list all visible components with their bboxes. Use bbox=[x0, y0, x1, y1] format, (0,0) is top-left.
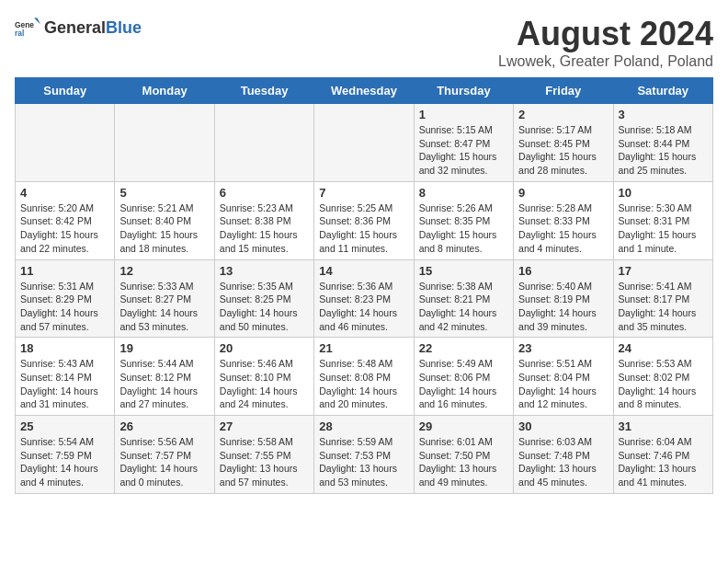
calendar-week-row: 4Sunrise: 5:20 AM Sunset: 8:42 PM Daylig… bbox=[16, 181, 713, 259]
calendar-cell: 27Sunrise: 5:58 AM Sunset: 7:55 PM Dayli… bbox=[214, 416, 313, 494]
day-info: Sunrise: 5:15 AM Sunset: 8:47 PM Dayligh… bbox=[419, 123, 508, 178]
calendar-cell: 16Sunrise: 5:40 AM Sunset: 8:19 PM Dayli… bbox=[514, 259, 613, 338]
day-number: 18 bbox=[20, 341, 109, 355]
day-number: 10 bbox=[619, 186, 708, 200]
day-info: Sunrise: 5:51 AM Sunset: 8:04 PM Dayligh… bbox=[518, 357, 608, 411]
calendar-cell: 23Sunrise: 5:51 AM Sunset: 8:04 PM Dayli… bbox=[514, 338, 613, 416]
calendar-cell: 5Sunrise: 5:21 AM Sunset: 8:40 PM Daylig… bbox=[115, 181, 214, 259]
calendar-cell: 14Sunrise: 5:36 AM Sunset: 8:23 PM Dayli… bbox=[314, 259, 414, 338]
calendar-body: 1Sunrise: 5:15 AM Sunset: 8:47 PM Daylig… bbox=[16, 104, 713, 494]
logo-icon: Gene ral bbox=[15, 15, 40, 40]
page-title: August 2024 bbox=[498, 15, 713, 53]
day-info: Sunrise: 5:28 AM Sunset: 8:33 PM Dayligh… bbox=[518, 201, 608, 256]
day-info: Sunrise: 5:54 AM Sunset: 7:59 PM Dayligh… bbox=[20, 435, 109, 489]
calendar-week-row: 25Sunrise: 5:54 AM Sunset: 7:59 PM Dayli… bbox=[16, 416, 713, 494]
day-number: 16 bbox=[518, 264, 608, 278]
logo-blue-text: Blue bbox=[106, 18, 142, 37]
day-of-week-header: Friday bbox=[514, 78, 613, 104]
calendar-cell: 18Sunrise: 5:43 AM Sunset: 8:14 PM Dayli… bbox=[16, 338, 115, 416]
page-header: Gene ral GeneralBlue August 2024 Lwowek,… bbox=[15, 15, 713, 70]
day-number: 25 bbox=[20, 419, 109, 433]
calendar-cell: 15Sunrise: 5:38 AM Sunset: 8:21 PM Dayli… bbox=[414, 259, 513, 338]
day-of-week-header: Thursday bbox=[414, 78, 513, 104]
calendar-cell: 20Sunrise: 5:46 AM Sunset: 8:10 PM Dayli… bbox=[214, 338, 313, 416]
day-number: 21 bbox=[319, 341, 408, 355]
day-info: Sunrise: 5:38 AM Sunset: 8:21 PM Dayligh… bbox=[419, 280, 508, 334]
day-info: Sunrise: 5:59 AM Sunset: 7:53 PM Dayligh… bbox=[319, 435, 408, 489]
calendar-cell: 25Sunrise: 5:54 AM Sunset: 7:59 PM Dayli… bbox=[16, 416, 115, 494]
calendar-cell: 2Sunrise: 5:17 AM Sunset: 8:45 PM Daylig… bbox=[514, 104, 613, 182]
day-number: 28 bbox=[319, 419, 408, 433]
calendar-cell: 28Sunrise: 5:59 AM Sunset: 7:53 PM Dayli… bbox=[314, 416, 414, 494]
calendar-cell bbox=[214, 104, 313, 182]
svg-text:ral: ral bbox=[15, 29, 24, 38]
day-number: 1 bbox=[419, 108, 508, 121]
day-number: 12 bbox=[119, 264, 209, 278]
day-info: Sunrise: 5:43 AM Sunset: 8:14 PM Dayligh… bbox=[20, 357, 109, 411]
calendar-cell: 30Sunrise: 6:03 AM Sunset: 7:48 PM Dayli… bbox=[514, 416, 613, 494]
day-number: 19 bbox=[119, 341, 209, 355]
day-info: Sunrise: 5:20 AM Sunset: 8:42 PM Dayligh… bbox=[20, 201, 109, 256]
day-number: 9 bbox=[518, 186, 608, 200]
calendar-cell: 1Sunrise: 5:15 AM Sunset: 8:47 PM Daylig… bbox=[414, 104, 513, 182]
day-number: 30 bbox=[518, 419, 608, 433]
day-number: 6 bbox=[220, 186, 309, 200]
day-number: 11 bbox=[20, 264, 109, 278]
calendar-cell: 22Sunrise: 5:49 AM Sunset: 8:06 PM Dayli… bbox=[414, 338, 513, 416]
day-info: Sunrise: 6:03 AM Sunset: 7:48 PM Dayligh… bbox=[518, 435, 608, 489]
day-info: Sunrise: 5:41 AM Sunset: 8:17 PM Dayligh… bbox=[619, 280, 708, 334]
day-number: 14 bbox=[319, 264, 408, 278]
calendar-cell: 17Sunrise: 5:41 AM Sunset: 8:17 PM Dayli… bbox=[613, 259, 712, 338]
day-number: 2 bbox=[518, 108, 608, 121]
day-info: Sunrise: 5:26 AM Sunset: 8:35 PM Dayligh… bbox=[419, 201, 508, 256]
day-of-week-header: Wednesday bbox=[314, 78, 414, 104]
day-of-week-header: Monday bbox=[115, 78, 214, 104]
day-of-week-header: Saturday bbox=[613, 78, 712, 104]
calendar-cell: 24Sunrise: 5:53 AM Sunset: 8:02 PM Dayli… bbox=[613, 338, 712, 416]
svg-marker-2 bbox=[34, 18, 40, 25]
calendar-cell: 7Sunrise: 5:25 AM Sunset: 8:36 PM Daylig… bbox=[314, 181, 414, 259]
day-info: Sunrise: 5:48 AM Sunset: 8:08 PM Dayligh… bbox=[319, 357, 408, 411]
calendar-cell: 4Sunrise: 5:20 AM Sunset: 8:42 PM Daylig… bbox=[16, 181, 115, 259]
title-block: August 2024 Lwowek, Greater Poland, Pola… bbox=[498, 15, 713, 70]
calendar-cell: 21Sunrise: 5:48 AM Sunset: 8:08 PM Dayli… bbox=[314, 338, 414, 416]
day-number: 17 bbox=[619, 264, 708, 278]
day-info: Sunrise: 5:56 AM Sunset: 7:57 PM Dayligh… bbox=[119, 435, 209, 489]
page-subtitle: Lwowek, Greater Poland, Poland bbox=[498, 53, 713, 70]
day-info: Sunrise: 5:44 AM Sunset: 8:12 PM Dayligh… bbox=[119, 357, 209, 411]
day-info: Sunrise: 5:53 AM Sunset: 8:02 PM Dayligh… bbox=[619, 357, 708, 411]
day-info: Sunrise: 5:36 AM Sunset: 8:23 PM Dayligh… bbox=[319, 280, 408, 334]
calendar-cell: 12Sunrise: 5:33 AM Sunset: 8:27 PM Dayli… bbox=[115, 259, 214, 338]
calendar-cell bbox=[115, 104, 214, 182]
day-info: Sunrise: 5:21 AM Sunset: 8:40 PM Dayligh… bbox=[119, 201, 209, 256]
calendar-week-row: 18Sunrise: 5:43 AM Sunset: 8:14 PM Dayli… bbox=[16, 338, 713, 416]
day-info: Sunrise: 5:49 AM Sunset: 8:06 PM Dayligh… bbox=[419, 357, 508, 411]
day-info: Sunrise: 5:18 AM Sunset: 8:44 PM Dayligh… bbox=[619, 123, 708, 178]
day-info: Sunrise: 5:46 AM Sunset: 8:10 PM Dayligh… bbox=[220, 357, 309, 411]
day-number: 26 bbox=[119, 419, 209, 433]
day-info: Sunrise: 5:30 AM Sunset: 8:31 PM Dayligh… bbox=[619, 201, 708, 256]
calendar-cell: 3Sunrise: 5:18 AM Sunset: 8:44 PM Daylig… bbox=[613, 104, 712, 182]
day-number: 13 bbox=[220, 264, 309, 278]
day-number: 4 bbox=[20, 186, 109, 200]
calendar-cell: 31Sunrise: 6:04 AM Sunset: 7:46 PM Dayli… bbox=[613, 416, 712, 494]
day-info: Sunrise: 6:04 AM Sunset: 7:46 PM Dayligh… bbox=[619, 435, 708, 489]
calendar-cell: 8Sunrise: 5:26 AM Sunset: 8:35 PM Daylig… bbox=[414, 181, 513, 259]
day-info: Sunrise: 5:40 AM Sunset: 8:19 PM Dayligh… bbox=[518, 280, 608, 334]
day-number: 8 bbox=[419, 186, 508, 200]
calendar-cell: 11Sunrise: 5:31 AM Sunset: 8:29 PM Dayli… bbox=[16, 259, 115, 338]
calendar-cell bbox=[16, 104, 115, 182]
day-number: 29 bbox=[419, 419, 508, 433]
day-number: 27 bbox=[220, 419, 309, 433]
calendar-week-row: 1Sunrise: 5:15 AM Sunset: 8:47 PM Daylig… bbox=[16, 104, 713, 182]
day-info: Sunrise: 5:23 AM Sunset: 8:38 PM Dayligh… bbox=[220, 201, 309, 256]
calendar-cell: 26Sunrise: 5:56 AM Sunset: 7:57 PM Dayli… bbox=[115, 416, 214, 494]
calendar-cell bbox=[314, 104, 414, 182]
day-info: Sunrise: 5:35 AM Sunset: 8:25 PM Dayligh… bbox=[220, 280, 309, 334]
calendar-week-row: 11Sunrise: 5:31 AM Sunset: 8:29 PM Dayli… bbox=[16, 259, 713, 338]
logo-general-text: General bbox=[44, 18, 106, 37]
calendar-cell: 6Sunrise: 5:23 AM Sunset: 8:38 PM Daylig… bbox=[214, 181, 313, 259]
calendar-cell: 13Sunrise: 5:35 AM Sunset: 8:25 PM Dayli… bbox=[214, 259, 313, 338]
calendar-header: SundayMondayTuesdayWednesdayThursdayFrid… bbox=[16, 78, 713, 104]
day-info: Sunrise: 5:17 AM Sunset: 8:45 PM Dayligh… bbox=[518, 123, 608, 178]
